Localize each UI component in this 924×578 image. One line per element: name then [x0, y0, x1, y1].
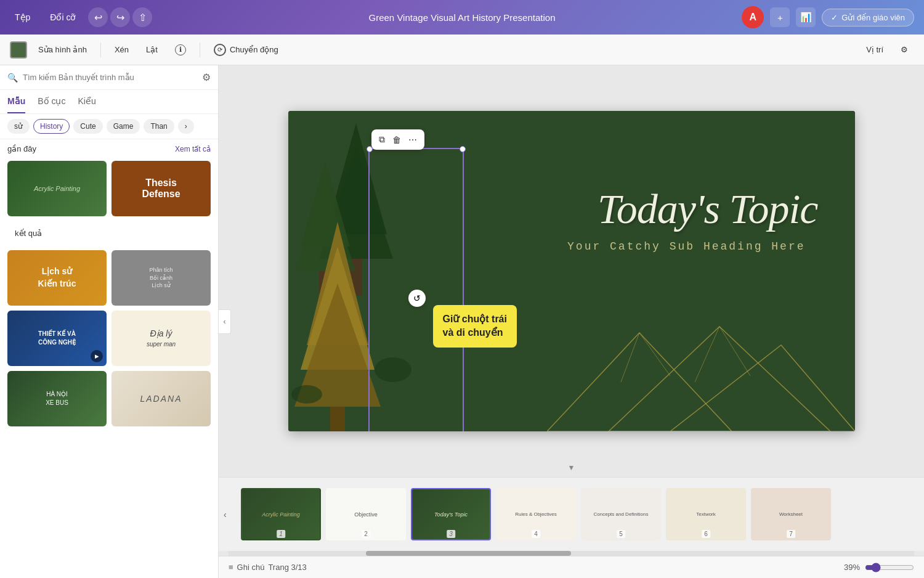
template-ladana[interactable]: LADANA — [111, 371, 211, 426]
chip-su[interactable]: sử — [7, 119, 30, 134]
avatar-button[interactable]: A — [742, 6, 764, 28]
slide-number-6: 6 — [702, 530, 710, 538]
send-to-teacher-button[interactable]: ✓ Gửi đến giáo viên — [822, 9, 914, 26]
film-slide-7[interactable]: Worksheet 7 — [751, 488, 831, 540]
slide-number-7: 7 — [787, 530, 795, 538]
zoom-slider[interactable] — [865, 563, 914, 572]
template-lich-su[interactable]: Lịch sửKiến trúc — [7, 250, 107, 306]
results-header: kết quả — [7, 226, 211, 243]
slide-number-1: 1 — [277, 530, 285, 538]
template-thiet-ke[interactable]: THIẾT KẾ VÀCÔNG NGHỆ ▶ — [7, 311, 107, 366]
film-slide-6[interactable]: Textwork 6 — [666, 488, 746, 540]
svg-line-15 — [621, 333, 639, 382]
film-slide-4[interactable]: Rules & Objectives 4 — [496, 488, 576, 540]
file-menu[interactable]: Tệp — [10, 10, 35, 25]
edit-image-button[interactable]: Sửa hình ảnh — [32, 41, 93, 58]
film-slide-3[interactable]: Today's Topic 3 — [411, 488, 491, 540]
svg-line-16 — [639, 333, 670, 376]
statusbar: ≡ Ghi chú Trang 3/13 39% — [219, 556, 924, 578]
topbar-right: A + 📊 ✓ Gửi đến giáo viên — [742, 6, 914, 28]
rotation-handle[interactable]: ↺ — [408, 290, 426, 307]
svg-marker-14 — [670, 345, 855, 431]
see-all-button[interactable]: Xem tất cả — [175, 145, 211, 153]
topbar-left: Tệp Đổi cỡ — [10, 10, 81, 25]
tab-mau[interactable]: Mẫu — [7, 90, 25, 113]
redo-icon: ↪ — [116, 12, 124, 23]
duplicate-button[interactable]: ⧉ — [378, 133, 386, 146]
more-options-button[interactable]: ⋯ — [407, 134, 418, 146]
collapse-sidebar-button[interactable]: ‹ — [219, 309, 231, 334]
tab-bo-cuc[interactable]: Bố cục — [38, 90, 65, 113]
notes-icon: ≡ — [229, 563, 233, 572]
zoom-level: 39% — [844, 563, 860, 572]
cut-button[interactable]: Xén — [108, 41, 135, 58]
template-acrylic[interactable]: Acrylic Painting — [7, 161, 107, 216]
undo-button[interactable]: ↩ — [88, 7, 108, 27]
results-templates-grid: Lịch sửKiến trúc Phân tíchBối cảnhLịch s… — [0, 250, 218, 431]
search-bar: 🔍 ⚙ — [0, 65, 218, 90]
chip-history[interactable]: History — [33, 119, 70, 134]
filter-icon[interactable]: ⚙ — [202, 71, 211, 83]
film-slide-5[interactable]: Concepts and Definitions 5 — [581, 488, 661, 540]
mountains-illustration — [547, 308, 855, 431]
film-slide-1[interactable]: Acrylic Painting 1 — [241, 488, 321, 540]
recent-title: gần đây — [7, 144, 36, 153]
results-section: kết quả — [0, 221, 218, 250]
motion-button[interactable]: ⟳ Chuyển động — [208, 40, 285, 60]
color-swatch[interactable] — [10, 41, 27, 59]
info-icon: ℹ — [175, 44, 186, 55]
cut-label: Xén — [115, 45, 129, 54]
chip-game[interactable]: Game — [107, 119, 140, 134]
filmstrip-left-arrow[interactable]: ‹ — [224, 510, 227, 519]
template-hn-oi[interactable]: HÀ NỘIXE BUS — [7, 371, 107, 426]
main-layout: 🔍 ⚙ Mẫu Bố cục Kiểu sử History Cute Game… — [0, 65, 924, 578]
scroll-down-arrow: ▼ — [568, 463, 575, 472]
slide-number-2: 2 — [362, 530, 370, 538]
horizontal-scrollbar[interactable] — [229, 551, 914, 556]
sidebar: 🔍 ⚙ Mẫu Bố cục Kiểu sử History Cute Game… — [0, 65, 219, 578]
film-slide-2[interactable]: Objective 2 — [326, 488, 406, 540]
chip-more[interactable]: › — [178, 119, 194, 134]
template-dia-ly[interactable]: Địa lýsuper man — [111, 311, 211, 366]
analytics-button[interactable]: 📊 — [796, 7, 816, 27]
recent-templates-grid: Acrylic Painting Thesis Defense — [0, 161, 218, 221]
chip-cute[interactable]: Cute — [73, 119, 102, 134]
svg-marker-12 — [547, 333, 732, 431]
results-title: kết quả — [7, 226, 49, 243]
motion-icon: ⟳ — [214, 44, 226, 56]
info-button[interactable]: ℹ — [169, 41, 192, 59]
svg-point-10 — [375, 357, 411, 382]
position-label: Vị trí — [866, 45, 883, 54]
svg-marker-13 — [609, 327, 830, 431]
scrollbar-thumb[interactable] — [366, 551, 572, 556]
chip-than[interactable]: Than — [144, 119, 174, 134]
template-thesis[interactable]: Thesis Defense — [111, 161, 211, 216]
template-phan-tich[interactable]: Phân tíchBối cảnhLịch sử — [111, 250, 211, 306]
notes-label[interactable]: Ghi chú — [237, 563, 265, 572]
share-icon: ⇧ — [139, 12, 147, 23]
svg-point-11 — [291, 385, 322, 404]
add-button[interactable]: + — [770, 7, 790, 27]
share-button[interactable]: ⇧ — [132, 7, 152, 27]
redo-button[interactable]: ↪ — [110, 7, 130, 27]
topbar: Tệp Đổi cỡ ↩ ↪ ⇧ Green Vintage Visual Ar… — [0, 0, 924, 35]
tab-kieu[interactable]: Kiểu — [78, 90, 95, 113]
position-button[interactable]: Vị trí — [860, 41, 890, 58]
motion-label: Chuyển động — [230, 45, 278, 54]
canvas-workspace: Today's Topic Your Catchy Sub Heading He… — [219, 65, 924, 477]
tooltip-text: Giữ chuột trái và di chuyển — [443, 314, 507, 338]
slide-subtitle: Your Catchy Sub Heading Here — [567, 240, 805, 253]
slide-number-3: 3 — [447, 530, 455, 538]
flip-button[interactable]: Lật — [140, 41, 164, 58]
send-label: Gửi đến giáo viên — [841, 13, 905, 22]
statusbar-left: ≡ Ghi chú Trang 3/13 — [229, 563, 307, 572]
sidebar-tabs: Mẫu Bố cục Kiểu — [0, 90, 218, 114]
adjust-icon-button[interactable]: ⚙ — [894, 41, 914, 58]
trees-illustration — [288, 111, 424, 431]
toolbar: Sửa hình ảnh Xén Lật ℹ ⟳ Chuyển động Vị … — [0, 35, 924, 65]
format-menu[interactable]: Đổi cỡ — [45, 10, 81, 25]
svg-rect-9 — [330, 407, 345, 431]
search-input[interactable] — [23, 73, 197, 82]
delete-button[interactable]: 🗑 — [391, 134, 402, 146]
chart-icon: 📊 — [800, 12, 812, 23]
